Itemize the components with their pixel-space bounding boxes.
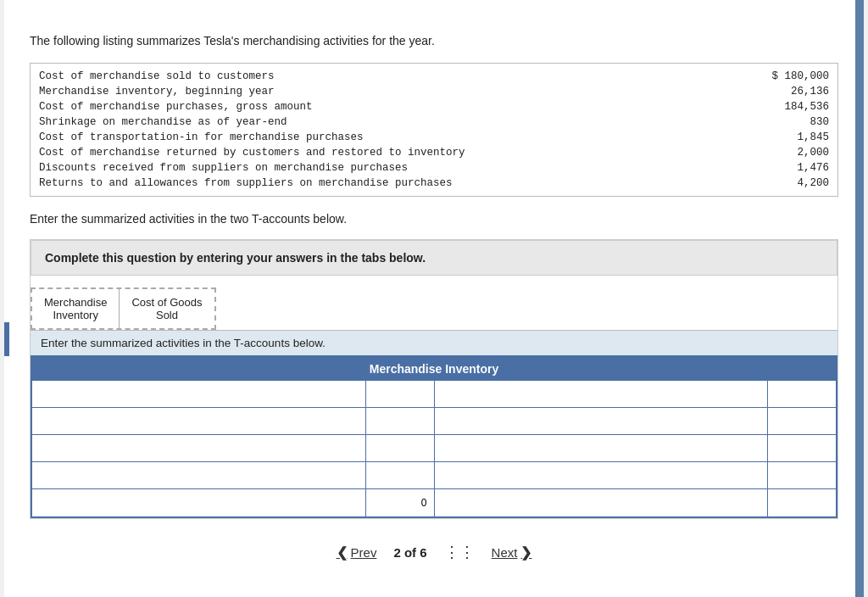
t-account-right-label-cell[interactable] — [435, 435, 769, 461]
t-account-left-value-input[interactable] — [373, 443, 427, 455]
t-account-right-value-cell[interactable] — [768, 381, 836, 407]
tab-merchandise-inventory[interactable]: MerchandiseInventory — [32, 289, 119, 328]
next-label: Next — [492, 545, 518, 560]
data-row-value: 184,536 — [555, 99, 837, 114]
data-row: Shrinkage on merchandise as of year-end8… — [31, 114, 837, 130]
t-account-left-label-cell[interactable] — [32, 381, 366, 407]
t-account-right-label-input[interactable] — [442, 443, 761, 455]
t-account-section: Merchandise Inventory — [31, 355, 837, 518]
tabs-section: MerchandiseInventory Cost of GoodsSold — [31, 287, 216, 330]
data-row-label: Cost of merchandise sold to customers — [31, 64, 555, 84]
data-row-value: $ 180,000 — [555, 64, 837, 84]
t-account-left-label-cell[interactable] — [32, 408, 366, 434]
prev-label: Prev — [351, 545, 377, 560]
t-account-right — [435, 381, 837, 516]
total-pages: 6 — [420, 545, 426, 560]
page-indicator: 2 of 6 — [393, 545, 426, 560]
table-row — [435, 435, 837, 462]
table-row — [32, 381, 434, 408]
t-account-right-label-cell[interactable] — [435, 489, 769, 516]
t-account-left-value-input[interactable] — [373, 470, 427, 482]
table-row — [32, 435, 434, 462]
summarize-text: Enter the summarized activities in the t… — [30, 212, 838, 226]
t-account-right-value-input[interactable] — [775, 470, 829, 482]
t-account-left-label-input[interactable] — [39, 497, 359, 509]
data-row-label: Cost of transportation-in for merchandis… — [31, 130, 555, 145]
data-row-label: Cost of merchandise returned by customer… — [31, 145, 555, 160]
t-account-right-value-cell[interactable] — [768, 408, 836, 434]
t-account-left-label-cell[interactable] — [32, 435, 366, 461]
prev-button[interactable]: ❮ Prev — [337, 544, 377, 561]
data-row-label: Returns to and allowances from suppliers… — [31, 176, 555, 196]
tabs-container: MerchandiseInventory Cost of GoodsSold — [31, 276, 837, 330]
data-row-label: Shrinkage on merchandise as of year-end — [31, 114, 555, 130]
next-arrow-icon: ❯ — [520, 544, 531, 561]
t-account-right-label-cell[interactable] — [435, 381, 769, 407]
t-account-left-value-cell[interactable] — [366, 381, 434, 407]
table-row — [435, 462, 837, 489]
t-account-right-value-cell[interactable] — [768, 462, 836, 488]
t-account-left-value-cell[interactable] — [366, 435, 434, 461]
data-row: Returns to and allowances from suppliers… — [31, 176, 837, 196]
t-account-right-label-cell[interactable] — [435, 408, 769, 434]
enter-instructions: Enter the summarized activities in the T… — [31, 330, 837, 355]
t-account-header: Merchandise Inventory — [32, 357, 836, 381]
table-row — [32, 408, 434, 435]
data-row-value: 830 — [555, 114, 837, 130]
next-button[interactable]: Next ❯ — [492, 544, 532, 561]
data-row: Discounts received from suppliers on mer… — [31, 160, 837, 176]
data-row-value: 4,200 — [555, 176, 837, 196]
data-row: Cost of merchandise returned by customer… — [31, 145, 837, 160]
intro-text: The following listing summarizes Tesla's… — [30, 34, 838, 47]
t-account-left-value-input[interactable] — [373, 388, 427, 400]
t-account-left-value-input[interactable] — [373, 497, 427, 509]
current-page: 2 — [393, 545, 400, 560]
t-account-right-value-cell[interactable] — [768, 489, 836, 516]
data-row-label: Cost of merchandise purchases, gross amo… — [31, 99, 555, 114]
t-account-right-label-input[interactable] — [442, 470, 761, 482]
data-row-value: 2,000 — [555, 145, 837, 160]
tabs-and-content: Complete this question by entering your … — [30, 239, 838, 519]
t-account-right-value-input[interactable] — [775, 388, 829, 400]
t-account-right-label-cell[interactable] — [435, 462, 769, 488]
table-row — [32, 462, 434, 489]
of-text: of — [404, 545, 420, 560]
t-account-left-label-cell[interactable] — [32, 489, 366, 516]
t-account-right-value-input[interactable] — [775, 443, 829, 455]
t-account-left-label-input[interactable] — [39, 416, 359, 427]
t-account-right-value-input[interactable] — [775, 416, 829, 427]
t-account-left-value-cell[interactable] — [366, 408, 434, 434]
t-account-right-label-input[interactable] — [442, 416, 761, 427]
data-row: Merchandise inventory, beginning year26,… — [31, 84, 837, 99]
t-account-left-label-input[interactable] — [39, 470, 359, 482]
data-row: Cost of transportation-in for merchandis… — [31, 130, 837, 145]
t-account-right-value-cell[interactable] — [768, 435, 836, 461]
t-account-left-label-input[interactable] — [39, 388, 359, 400]
table-row — [435, 408, 837, 435]
data-row: Cost of merchandise purchases, gross amo… — [31, 99, 837, 114]
t-account-right-label-input[interactable] — [442, 388, 761, 400]
t-account-left-value-cell[interactable] — [366, 489, 434, 516]
data-row-value: 1,845 — [555, 130, 837, 145]
data-table-wrapper: Cost of merchandise sold to customers$ 1… — [30, 63, 838, 197]
data-row-value: 1,476 — [555, 160, 837, 176]
data-table: Cost of merchandise sold to customers$ 1… — [31, 64, 837, 196]
t-account-body — [32, 381, 836, 516]
t-account-left-value-input[interactable] — [373, 416, 427, 427]
table-row — [435, 381, 837, 408]
t-account-right-label-input[interactable] — [442, 497, 761, 509]
data-row: Cost of merchandise sold to customers$ 1… — [31, 64, 837, 84]
table-row — [32, 489, 434, 516]
t-account-left-label-input[interactable] — [39, 443, 359, 455]
t-account-left-label-cell[interactable] — [32, 462, 366, 488]
tab-cost-of-goods-sold[interactable]: Cost of GoodsSold — [120, 289, 214, 328]
t-account-wrapper: Merchandise Inventory — [31, 355, 837, 518]
t-account-left-value-cell[interactable] — [366, 462, 434, 488]
data-row-value: 26,136 — [555, 84, 837, 99]
t-account-left — [32, 381, 434, 516]
complete-box-text: Complete this question by entering your … — [45, 251, 426, 265]
bottom-navigation: ❮ Prev 2 of 6 ⋮⋮ Next ❯ — [30, 543, 838, 570]
grid-icon[interactable]: ⋮⋮ — [444, 543, 475, 561]
t-account-right-value-input[interactable] — [775, 497, 829, 509]
data-row-label: Discounts received from suppliers on mer… — [31, 160, 555, 176]
